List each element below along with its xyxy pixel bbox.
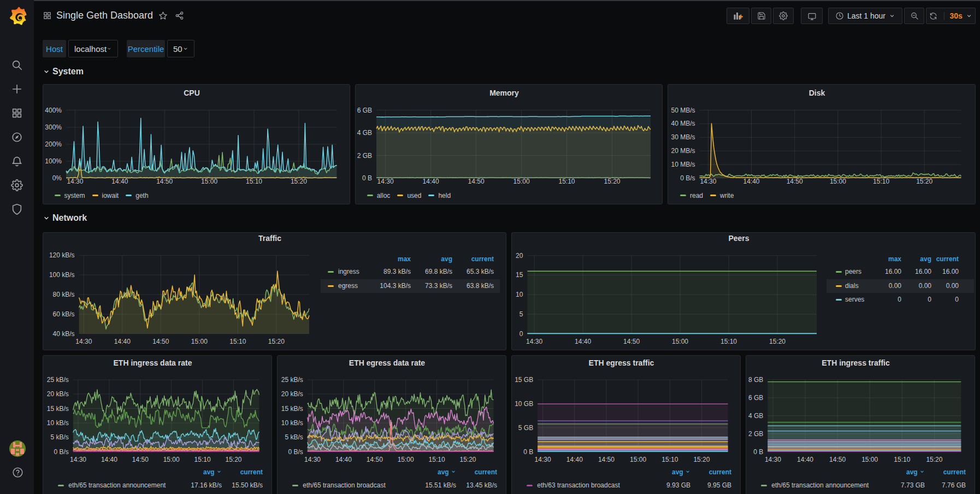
svg-text:15:00: 15:00: [191, 338, 208, 345]
svg-text:14:30: 14:30: [70, 456, 86, 463]
svg-text:15 kB/s: 15 kB/s: [47, 405, 69, 413]
svg-text:14:30: 14:30: [535, 456, 551, 463]
svg-text:0: 0: [519, 330, 523, 338]
svg-text:15:20: 15:20: [604, 178, 620, 185]
svg-text:5: 5: [519, 310, 523, 318]
svg-text:15:10: 15:10: [558, 178, 575, 185]
svg-text:15:00: 15:00: [513, 178, 530, 185]
svg-text:15:10: 15:10: [194, 456, 211, 463]
svg-text:200%: 200%: [45, 140, 62, 148]
svg-text:15:00: 15:00: [201, 178, 217, 185]
svg-text:14:40: 14:40: [114, 338, 131, 345]
svg-text:14:40: 14:40: [575, 338, 591, 345]
svg-text:14:50: 14:50: [623, 338, 640, 345]
svg-text:0 B: 0 B: [523, 448, 533, 456]
svg-text:6 GB: 6 GB: [748, 394, 763, 402]
svg-text:14:30: 14:30: [377, 178, 394, 185]
svg-text:15:10: 15:10: [721, 338, 737, 345]
svg-text:14:30: 14:30: [304, 456, 321, 463]
svg-text:25 kB/s: 25 kB/s: [47, 376, 69, 384]
svg-text:20 kB/s: 20 kB/s: [281, 390, 303, 398]
svg-text:400%: 400%: [45, 107, 62, 114]
svg-text:0 B/s: 0 B/s: [288, 448, 303, 456]
svg-text:15:10: 15:10: [894, 456, 910, 463]
svg-text:15:20: 15:20: [268, 338, 285, 345]
svg-text:15:10: 15:10: [662, 456, 678, 463]
svg-text:5 kB/s: 5 kB/s: [285, 433, 303, 441]
svg-text:20 kB/s: 20 kB/s: [47, 390, 69, 398]
svg-text:15:00: 15:00: [861, 456, 878, 463]
svg-text:100 kB/s: 100 kB/s: [49, 271, 75, 279]
svg-text:5 GB: 5 GB: [518, 424, 533, 432]
svg-text:14:40: 14:40: [743, 178, 759, 185]
svg-text:15:00: 15:00: [672, 338, 688, 345]
svg-text:0%: 0%: [52, 174, 62, 182]
svg-text:15:20: 15:20: [926, 456, 942, 463]
svg-text:10 GB: 10 GB: [515, 400, 533, 408]
svg-text:15 kB/s: 15 kB/s: [281, 405, 303, 413]
svg-text:15:10: 15:10: [229, 338, 246, 345]
svg-text:80 kB/s: 80 kB/s: [53, 291, 75, 298]
svg-text:25 kB/s: 25 kB/s: [281, 376, 303, 384]
svg-text:2 GB: 2 GB: [748, 430, 763, 438]
svg-text:120 kB/s: 120 kB/s: [49, 251, 75, 259]
svg-text:20 MB/s: 20 MB/s: [671, 147, 695, 155]
svg-text:10: 10: [516, 291, 523, 298]
svg-text:300%: 300%: [45, 124, 62, 131]
svg-text:100%: 100%: [45, 157, 62, 165]
svg-text:14:50: 14:50: [829, 456, 846, 463]
svg-text:14:40: 14:40: [566, 456, 583, 463]
svg-text:40 kB/s: 40 kB/s: [53, 330, 75, 338]
svg-text:4 GB: 4 GB: [748, 412, 763, 420]
svg-text:14:40: 14:40: [335, 456, 352, 463]
svg-text:15:20: 15:20: [459, 456, 476, 463]
svg-text:15:10: 15:10: [246, 178, 262, 185]
svg-text:15:10: 15:10: [429, 456, 445, 463]
svg-text:14:30: 14:30: [67, 178, 83, 185]
svg-text:14:50: 14:50: [598, 456, 615, 463]
svg-text:14:50: 14:50: [152, 338, 169, 345]
svg-text:2 GB: 2 GB: [357, 152, 372, 160]
svg-text:60 kB/s: 60 kB/s: [53, 310, 75, 318]
svg-text:0 B: 0 B: [753, 448, 763, 456]
svg-text:14:40: 14:40: [797, 456, 813, 463]
svg-text:14:50: 14:50: [156, 178, 173, 185]
svg-text:14:30: 14:30: [75, 338, 92, 345]
svg-text:4 GB: 4 GB: [357, 129, 372, 137]
svg-text:6 GB: 6 GB: [357, 107, 372, 114]
svg-text:15:00: 15:00: [163, 456, 180, 463]
svg-text:0 B/s: 0 B/s: [680, 174, 695, 182]
svg-text:15:20: 15:20: [693, 456, 710, 463]
svg-text:0 B: 0 B: [362, 174, 372, 182]
svg-text:40 MB/s: 40 MB/s: [671, 120, 695, 127]
svg-text:14:50: 14:50: [367, 456, 383, 463]
svg-text:50 MB/s: 50 MB/s: [671, 107, 695, 114]
svg-text:15:20: 15:20: [769, 338, 786, 345]
svg-text:14:30: 14:30: [700, 178, 716, 185]
svg-text:15:20: 15:20: [916, 178, 932, 185]
svg-text:14:50: 14:50: [132, 456, 149, 463]
svg-text:5 kB/s: 5 kB/s: [50, 433, 68, 441]
svg-text:10 MB/s: 10 MB/s: [671, 161, 695, 168]
svg-text:15:00: 15:00: [830, 178, 846, 185]
svg-text:14:30: 14:30: [526, 338, 542, 345]
svg-text:14:50: 14:50: [787, 178, 803, 185]
svg-text:15:20: 15:20: [225, 456, 241, 463]
svg-text:20: 20: [516, 252, 523, 260]
svg-text:14:50: 14:50: [468, 178, 485, 185]
svg-text:8 GB: 8 GB: [748, 376, 763, 384]
svg-text:14:40: 14:40: [111, 178, 128, 185]
svg-text:14:40: 14:40: [423, 178, 439, 185]
svg-text:14:30: 14:30: [765, 456, 781, 463]
svg-text:30 MB/s: 30 MB/s: [671, 133, 695, 141]
svg-text:10 kB/s: 10 kB/s: [281, 419, 303, 427]
svg-text:15:20: 15:20: [291, 178, 307, 185]
svg-text:15:00: 15:00: [630, 456, 646, 463]
svg-text:15:00: 15:00: [398, 456, 414, 463]
svg-text:14:40: 14:40: [101, 456, 117, 463]
svg-text:15: 15: [516, 271, 523, 279]
svg-text:10 kB/s: 10 kB/s: [47, 419, 69, 427]
svg-text:15 GB: 15 GB: [515, 376, 533, 384]
svg-text:0 B/s: 0 B/s: [54, 448, 68, 456]
svg-text:15:10: 15:10: [873, 178, 889, 185]
